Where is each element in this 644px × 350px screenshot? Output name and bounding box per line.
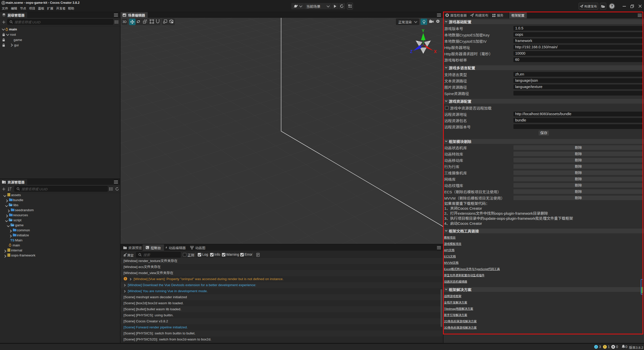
svg-text:Y: Y xyxy=(422,29,425,33)
svg-text:X: X xyxy=(434,50,437,54)
svg-text:Z: Z xyxy=(410,50,413,54)
